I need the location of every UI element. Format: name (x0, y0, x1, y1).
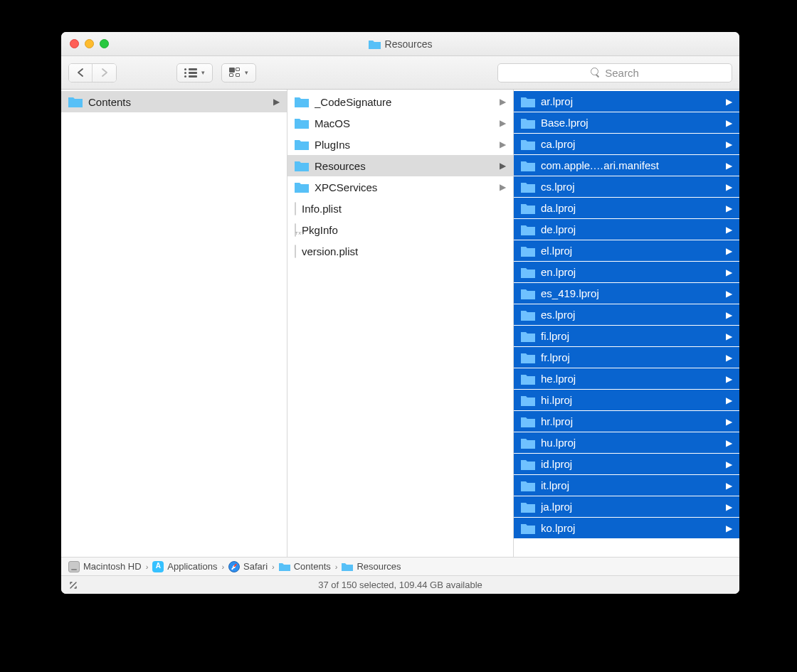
svg-rect-57 (279, 565, 290, 571)
file-row[interactable]: com.apple.…ari.manifest▶ (514, 155, 739, 176)
file-row[interactable]: ca.lproj▶ (514, 134, 739, 155)
svg-rect-3 (68, 100, 83, 107)
window-title-text: Resources (385, 38, 433, 50)
back-button[interactable] (69, 64, 93, 82)
view-list-button[interactable]: ▾ (176, 63, 213, 82)
path-item-label: Contents (294, 561, 331, 572)
svg-rect-7 (295, 121, 309, 129)
svg-rect-11 (295, 164, 309, 171)
svg-rect-1 (369, 43, 381, 49)
file-row[interactable]: _CodeSignature▶ (287, 91, 513, 112)
chevron-right-icon: ▶ (726, 246, 732, 256)
file-icon (295, 245, 296, 257)
status-text: 37 of 150 selected, 109.44 GB available (318, 580, 482, 590)
file-row[interactable]: hu.lproj▶ (514, 432, 739, 454)
file-row[interactable]: ar.lproj▶ (514, 91, 739, 112)
file-row[interactable]: Contents▶ (61, 91, 287, 112)
file-row[interactable]: Resources▶ (287, 155, 513, 176)
file-name: es.lproj (541, 309, 720, 321)
chevron-right-icon: ▶ (726, 225, 732, 235)
search-input[interactable]: Search (497, 63, 732, 82)
folder-icon (521, 288, 535, 299)
path-item[interactable]: Applications (152, 561, 217, 572)
file-row[interactable]: hi.lproj▶ (514, 390, 739, 411)
file-name: he.lproj (541, 373, 720, 385)
file-name: com.apple.…ari.manifest (541, 159, 720, 171)
folder-icon (68, 96, 83, 107)
file-name: ar.lproj (541, 95, 720, 107)
file-row[interactable]: cs.lproj▶ (514, 176, 739, 198)
file-row[interactable]: it.lproj▶ (514, 475, 739, 496)
svg-rect-29 (521, 249, 535, 257)
search-placeholder: Search (605, 67, 639, 79)
chevron-right-icon: ▶ (726, 139, 732, 149)
chevron-right-icon: ▶ (726, 523, 732, 533)
file-row[interactable]: PlugIns▶ (287, 134, 513, 155)
file-name: ja.lproj (541, 501, 720, 513)
view-arrange-button[interactable]: ▾ (221, 63, 256, 82)
file-row[interactable]: fr.lproj▶ (514, 347, 739, 368)
file-name: de.lproj (541, 223, 720, 235)
file-name: fr.lproj (541, 351, 720, 363)
column-2[interactable]: ar.lproj▶Base.lproj▶ca.lproj▶com.apple.…… (514, 90, 739, 557)
folder-icon (521, 181, 535, 193)
window-zoom-button[interactable] (100, 39, 109, 48)
file-row[interactable]: da.lproj▶ (514, 198, 739, 219)
svg-rect-33 (521, 292, 535, 299)
folder-icon (369, 39, 381, 49)
folder-icon (521, 352, 535, 363)
action-icon[interactable] (68, 580, 78, 590)
path-item-label: Macintosh HD (83, 561, 142, 572)
file-row[interactable]: Base.lproj▶ (514, 112, 739, 134)
file-row[interactable]: es.lproj▶ (514, 304, 739, 326)
applications-icon (152, 561, 164, 572)
file-name: MacOS (315, 117, 494, 129)
folder-icon (521, 331, 535, 342)
folder-icon (521, 501, 535, 513)
chevron-right-icon: ▶ (726, 331, 732, 341)
chevron-right-icon: ▶ (726, 161, 732, 171)
file-row[interactable]: fi.lproj▶ (514, 326, 739, 347)
file-row[interactable]: he.lproj▶ (514, 368, 739, 390)
svg-rect-43 (521, 398, 535, 406)
svg-rect-59 (342, 565, 353, 571)
file-row[interactable]: es_419.lproj▶ (514, 283, 739, 304)
folder-icon (279, 562, 290, 571)
column-1[interactable]: _CodeSignature▶MacOS▶PlugIns▶Resources▶X… (287, 90, 514, 557)
file-row[interactable]: id.lproj▶ (514, 454, 739, 475)
file-row[interactable]: hr.lproj▶ (514, 411, 739, 432)
column-0[interactable]: Contents▶ (61, 90, 287, 557)
window-close-button[interactable] (70, 39, 79, 48)
file-name: PlugIns (315, 139, 494, 151)
path-item[interactable]: Macintosh HD (68, 561, 142, 572)
file-row[interactable]: de.lproj▶ (514, 219, 739, 240)
file-name: hr.lproj (541, 415, 720, 427)
file-row[interactable]: PkgInfo (287, 219, 513, 240)
window-minimize-button[interactable] (85, 39, 94, 48)
folder-icon (521, 117, 535, 129)
file-row[interactable]: XPCServices▶ (287, 176, 513, 198)
file-name: el.lproj (541, 245, 720, 257)
svg-rect-9 (295, 142, 309, 150)
chevron-down-icon: ▾ (245, 69, 248, 76)
chevron-down-icon: ▾ (201, 69, 205, 76)
file-row[interactable]: ko.lproj▶ (514, 518, 739, 539)
path-item[interactable]: Safari (228, 561, 268, 572)
file-row[interactable]: en.lproj▶ (514, 262, 739, 283)
file-row[interactable]: ja.lproj▶ (514, 496, 739, 518)
file-name: Contents (88, 96, 268, 108)
file-row[interactable]: MacOS▶ (287, 112, 513, 134)
file-row[interactable]: Info.plist (287, 198, 513, 219)
folder-icon (521, 416, 535, 427)
file-row[interactable]: version.plist (287, 240, 513, 262)
path-bar: Macintosh HD›Applications›Safari›Content… (61, 557, 739, 575)
chevron-right-icon: ▶ (726, 374, 732, 384)
path-item[interactable]: Contents (279, 561, 331, 572)
path-item[interactable]: Resources (342, 561, 401, 572)
chevron-right-icon: ▶ (726, 481, 732, 491)
window-traffic-lights (61, 39, 109, 48)
path-separator-icon: › (335, 562, 338, 571)
forward-button[interactable] (93, 64, 116, 82)
file-row[interactable]: el.lproj▶ (514, 240, 739, 262)
chevron-right-icon: ▶ (726, 438, 732, 448)
